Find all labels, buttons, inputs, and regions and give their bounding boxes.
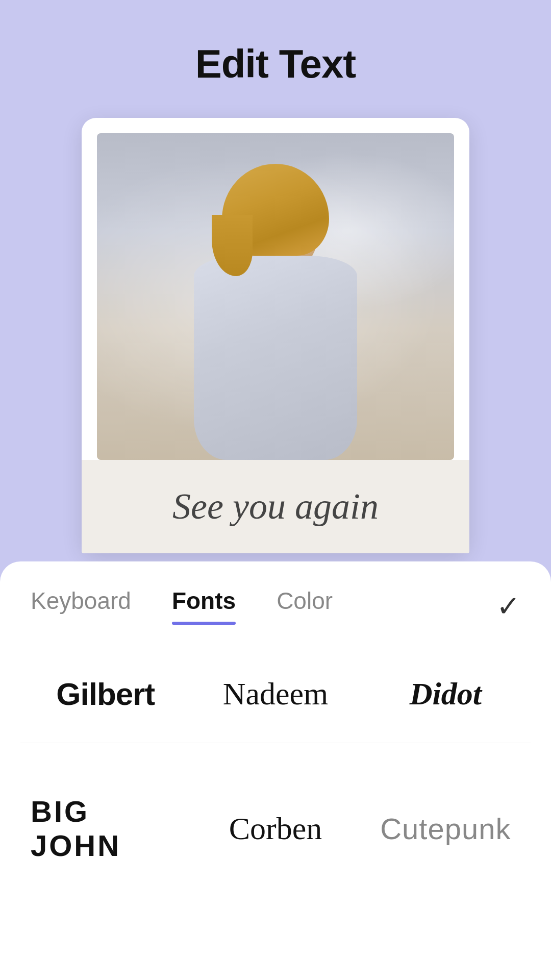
font-item-cutepunk[interactable]: Cutepunk (361, 764, 531, 893)
polaroid-card: See you again (82, 118, 469, 553)
font-item-bigjohn[interactable]: BIG JOHN (20, 764, 190, 893)
font-label-corben: Corben (229, 811, 322, 847)
top-section: Edit Text See you again (0, 0, 551, 561)
font-label-gilbert: Gilbert (56, 676, 155, 712)
body (194, 256, 357, 460)
photo-caption: See you again (172, 486, 379, 527)
tab-fonts[interactable]: Fonts (172, 587, 236, 625)
tab-keyboard[interactable]: Keyboard (31, 587, 131, 625)
bottom-panel: Keyboard Fonts Color ✓ Gilbert Nadeem Di… (0, 561, 551, 980)
font-label-bigjohn: BIG JOHN (31, 794, 180, 863)
font-label-cutepunk: Cutepunk (380, 812, 511, 846)
font-label-didot: Didot (410, 676, 482, 712)
font-label-nadeem: Nadeem (223, 676, 329, 712)
tab-color[interactable]: Color (277, 587, 333, 625)
tab-bar: Keyboard Fonts Color ✓ (0, 561, 551, 625)
figure (173, 164, 378, 460)
font-item-corben[interactable]: Corben (190, 764, 360, 893)
fonts-grid-row2: BIG JOHN Corben Cutepunk (0, 743, 551, 893)
confirm-button[interactable]: ✓ (496, 590, 520, 623)
page-title: Edit Text (195, 41, 356, 87)
hair (222, 164, 329, 256)
photo-scene (97, 133, 454, 460)
fonts-grid-row1: Gilbert Nadeem Didot (0, 625, 551, 743)
font-item-didot[interactable]: Didot (361, 645, 531, 743)
font-item-gilbert[interactable]: Gilbert (20, 645, 190, 743)
photo-container (97, 133, 454, 460)
font-item-nadeem[interactable]: Nadeem (190, 645, 360, 743)
caption-area: See you again (82, 460, 469, 553)
